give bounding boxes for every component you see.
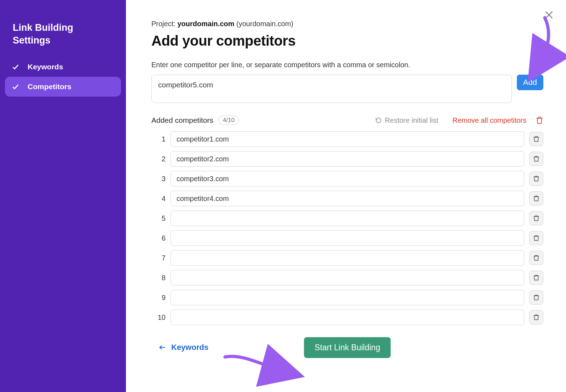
competitor-row: 5 — [151, 211, 543, 226]
trash-icon — [533, 195, 540, 202]
delete-row-button[interactable] — [529, 271, 543, 285]
trash-icon — [533, 294, 540, 301]
competitor-row: 6 — [151, 230, 543, 246]
trash-icon — [533, 274, 540, 281]
trash-icon — [533, 136, 540, 143]
footer-row: Keywords Start Link Building — [151, 343, 543, 352]
restore-icon — [375, 117, 382, 124]
sidebar-item-label: Keywords — [28, 63, 63, 71]
sidebar-item-keywords[interactable]: Keywords — [0, 57, 121, 77]
competitor-input[interactable] — [171, 171, 524, 186]
competitor-input[interactable] — [171, 151, 524, 167]
delete-row-button[interactable] — [529, 231, 543, 245]
project-label: Project: — [151, 20, 175, 28]
close-icon — [544, 10, 554, 20]
competitor-row: 9 — [151, 290, 543, 305]
count-pill: 4/10 — [218, 116, 239, 125]
added-competitors-label: Added competitors — [151, 116, 213, 125]
delete-row-button[interactable] — [529, 310, 543, 324]
restore-label: Restore initial list — [385, 116, 438, 125]
competitor-row: 3 — [151, 171, 543, 186]
trash-icon — [533, 175, 540, 182]
delete-row-button[interactable] — [529, 211, 543, 225]
project-domain: yourdomain.com — [177, 20, 234, 28]
competitor-input[interactable] — [171, 250, 524, 266]
row-number: 1 — [151, 135, 166, 143]
delete-row-button[interactable] — [529, 290, 543, 305]
row-number: 7 — [151, 254, 166, 262]
sidebar-item-label: Competitors — [28, 82, 71, 91]
competitor-row: 8 — [151, 270, 543, 286]
competitor-row: 2 — [151, 151, 543, 167]
row-number: 6 — [151, 234, 166, 242]
row-number: 2 — [151, 155, 166, 163]
sidebar: Link Building Settings Keywords Competit… — [0, 0, 126, 392]
delete-row-button[interactable] — [529, 152, 543, 166]
row-number: 3 — [151, 175, 166, 183]
back-label: Keywords — [171, 343, 208, 352]
trash-icon[interactable] — [536, 116, 543, 124]
check-icon — [11, 82, 21, 92]
row-number: 5 — [151, 214, 166, 223]
trash-icon — [533, 314, 540, 321]
instruction-text: Enter one competitor per line, or separa… — [151, 61, 543, 69]
row-number: 10 — [151, 313, 166, 322]
project-domain-paren: (yourdomain.com) — [236, 20, 293, 28]
row-number: 4 — [151, 195, 166, 203]
back-to-keywords-link[interactable]: Keywords — [158, 343, 208, 352]
arrow-left-icon — [158, 344, 166, 351]
check-icon — [11, 62, 21, 72]
delete-row-button[interactable] — [529, 172, 543, 186]
add-competitor-row: Add — [151, 75, 543, 103]
delete-row-button[interactable] — [529, 191, 543, 206]
page-title: Add your competitors — [151, 33, 543, 49]
competitor-input[interactable] — [171, 131, 524, 147]
row-number: 8 — [151, 274, 166, 282]
added-competitors-header: Added competitors 4/10 Restore initial l… — [151, 116, 543, 125]
trash-icon — [533, 254, 540, 261]
sidebar-item-competitors[interactable]: Competitors — [5, 77, 121, 97]
row-number: 9 — [151, 294, 166, 302]
competitor-input[interactable] — [171, 191, 524, 206]
main-panel: Project: yourdomain.com (yourdomain.com)… — [126, 0, 566, 392]
competitor-row: 10 — [151, 310, 543, 325]
competitor-textarea[interactable] — [151, 75, 512, 103]
close-button[interactable] — [542, 8, 556, 22]
delete-row-button[interactable] — [529, 132, 543, 146]
competitor-row: 4 — [151, 191, 543, 206]
competitor-input[interactable] — [171, 211, 524, 226]
competitor-row: 1 — [151, 131, 543, 147]
add-button[interactable]: Add — [517, 75, 543, 90]
restore-initial-list-link[interactable]: Restore initial list — [375, 116, 438, 125]
competitor-input[interactable] — [171, 310, 524, 325]
trash-icon — [533, 235, 540, 242]
sidebar-title: Link Building Settings — [0, 21, 126, 57]
competitor-input[interactable] — [171, 290, 524, 305]
competitor-input[interactable] — [171, 270, 524, 286]
competitor-row: 7 — [151, 250, 543, 266]
competitor-input[interactable] — [171, 230, 524, 246]
project-line: Project: yourdomain.com (yourdomain.com) — [151, 20, 543, 28]
competitor-list: 1 2 3 — [151, 131, 543, 325]
start-link-building-button[interactable]: Start Link Building — [304, 337, 391, 358]
delete-row-button[interactable] — [529, 251, 543, 265]
annotation-arrow-start — [221, 352, 292, 385]
remove-all-link[interactable]: Remove all competitors — [452, 116, 526, 125]
trash-icon — [533, 155, 540, 162]
trash-icon — [533, 215, 540, 222]
